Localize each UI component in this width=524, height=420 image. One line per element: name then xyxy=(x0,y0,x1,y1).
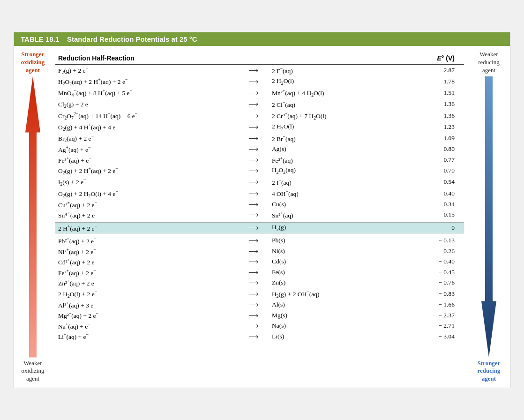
ev-value-cell: − 0.13 xyxy=(406,235,464,246)
ev-value-cell: 0.70 xyxy=(406,165,464,176)
reaction-right-cell: 2 Cl−(aq) xyxy=(269,98,406,110)
reaction-left-cell: F2(g) + 2 e− xyxy=(55,64,238,76)
table-row: Pb²+(aq) + 2 e−⟶Pb(s)− 0.13 xyxy=(55,235,464,246)
ev-value-cell: 0 xyxy=(406,222,464,233)
reaction-right-cell: 2 H2O(l) xyxy=(269,121,406,133)
arrow-cell: ⟶ xyxy=(238,235,269,246)
ev-value-cell: 0.40 xyxy=(406,188,464,199)
reaction-right-cell: Li(s) xyxy=(269,331,406,342)
reaction-right-cell: 2 Cr³+(aq) + 7 H2O(l) xyxy=(269,110,406,121)
oxidizing-arrow-container xyxy=(25,76,40,358)
ev-value-cell: − 0.83 xyxy=(406,288,464,300)
arrow-cell: ⟶ xyxy=(238,121,269,133)
table-row: Sn⁴+(aq) + 2 e−⟶Sn²+(aq)0.15 xyxy=(55,210,464,220)
col-header-ev: E° (V) xyxy=(406,52,464,64)
page-wrapper: TABLE 18.1 Standard Reduction Potentials… xyxy=(14,32,510,388)
ev-value-cell: 0.34 xyxy=(406,199,464,210)
table-row: 2 H2O(l) + 2 e−⟶H2(g) + 2 OH−(aq)− 0.83 xyxy=(55,288,464,300)
table-row: F2(g) + 2 e−⟶2 F−(aq)2.87 xyxy=(55,64,464,76)
table-row: 2 H+(aq) + 2 e−⟶H2(g)0 xyxy=(55,222,464,233)
reaction-right-cell: 2 I−(aq) xyxy=(269,176,406,188)
reaction-left-cell: I2(s) + 2 e− xyxy=(55,176,238,188)
arrow-cell: ⟶ xyxy=(238,110,269,121)
reaction-right-cell: Ag(s) xyxy=(269,144,406,155)
reaction-left-cell: Li+(aq) + e− xyxy=(55,331,238,342)
reducing-down-arrow xyxy=(481,76,496,358)
arrow-cell: ⟶ xyxy=(238,176,269,188)
ev-value-cell: 0.54 xyxy=(406,176,464,188)
table-row: H2O2(aq) + 2 H+(aq) + 2 e−⟶2 H2O(l)1.78 xyxy=(55,76,464,87)
oxidizing-up-arrow xyxy=(25,76,40,358)
table-row: Ag+(aq) + e−⟶Ag(s)0.80 xyxy=(55,144,464,155)
ev-value-cell: 1.23 xyxy=(406,121,464,133)
arrow-cell: ⟶ xyxy=(238,76,269,87)
ev-value-cell: 0.77 xyxy=(406,155,464,165)
arrow-cell: ⟶ xyxy=(238,321,269,331)
right-side: Weaker reducing agent Stronger reducing … xyxy=(468,51,510,383)
ev-value-cell: 1.09 xyxy=(406,133,464,144)
arrow-cell: ⟶ xyxy=(238,155,269,165)
ev-value-cell: − 1.66 xyxy=(406,300,464,310)
reaction-left-cell: Cu²+(aq) + 2 e− xyxy=(55,199,238,210)
ev-value-cell: − 3.04 xyxy=(406,331,464,342)
arrow-cell: ⟶ xyxy=(238,64,269,76)
table-row: Mg²+(aq) + 2 e−⟶Mg(s)− 2.37 xyxy=(55,310,464,321)
col-header-reaction: Reduction Half-Reaction xyxy=(55,52,406,64)
reaction-left-cell: Pb²+(aq) + 2 e− xyxy=(55,235,238,246)
reaction-left-cell: Al³+(aq) + 3 e− xyxy=(55,300,238,310)
reaction-left-cell: Fe²+(aq) + 2 e− xyxy=(55,267,238,278)
table-row: Na+(aq) + e−⟶Na(s)− 2.71 xyxy=(55,321,464,331)
table-title-bar: TABLE 18.1 Standard Reduction Potentials… xyxy=(14,32,510,46)
reaction-left-cell: Br2(aq) + 2 e− xyxy=(55,133,238,144)
table-row: Cu²+(aq) + 2 e−⟶Cu(s)0.34 xyxy=(55,199,464,210)
reaction-left-cell: Fe³+(aq) + e− xyxy=(55,155,238,165)
table-row: Fe²+(aq) + 2 e−⟶Fe(s)− 0.45 xyxy=(55,267,464,278)
reaction-right-cell: Fe²+(aq) xyxy=(269,155,406,165)
table-row: Cl2(g) + 2 e−⟶2 Cl−(aq)1.36 xyxy=(55,98,464,110)
arrow-cell: ⟶ xyxy=(238,267,269,278)
arrow-cell: ⟶ xyxy=(238,188,269,199)
arrow-cell: ⟶ xyxy=(238,331,269,342)
reaction-right-cell: Na(s) xyxy=(269,321,406,331)
ev-value-cell: 1.78 xyxy=(406,76,464,87)
arrow-cell: ⟶ xyxy=(238,256,269,267)
stronger-reducing-label: Stronger reducing agent xyxy=(478,360,501,383)
reaction-right-cell: Fe(s) xyxy=(269,267,406,278)
reaction-right-cell: Zn(s) xyxy=(269,278,406,288)
reaction-right-cell: 2 Br−(aq) xyxy=(269,133,406,144)
table-row: Ni²+(aq) + 2 e−⟶Ni(s)− 0.26 xyxy=(55,246,464,257)
reaction-left-cell: Cd²+(aq) + 2 e− xyxy=(55,256,238,267)
table-body: F2(g) + 2 e−⟶2 F−(aq)2.87H2O2(aq) + 2 H+… xyxy=(55,64,464,342)
reducing-arrow-container xyxy=(481,76,496,358)
outer-layout: Stronger oxidizing agent Weaker oxidizin… xyxy=(14,46,510,388)
reaction-right-cell: Mg(s) xyxy=(269,310,406,321)
arrow-cell: ⟶ xyxy=(238,133,269,144)
reaction-right-cell: Cu(s) xyxy=(269,199,406,210)
reaction-right-cell: Mn²+(aq) + 4 H2O(l) xyxy=(269,87,406,98)
table-row: MnO4−(aq) + 8 H+(aq) + 5 e−⟶Mn²+(aq) + 4… xyxy=(55,87,464,98)
reaction-left-cell: MnO4−(aq) + 8 H+(aq) + 5 e− xyxy=(55,87,238,98)
ev-value-cell: − 2.37 xyxy=(406,310,464,321)
ev-value-cell: 0.80 xyxy=(406,144,464,155)
ev-value-cell: − 0.76 xyxy=(406,278,464,288)
stronger-oxidizing-label: Stronger oxidizing agent xyxy=(21,51,45,75)
table-row: O2(g) + 2 H2O(l) + 4 e−⟶4 OH−(aq)0.40 xyxy=(55,188,464,199)
reaction-left-cell: O2(g) + 2 H+(aq) + 2 e− xyxy=(55,165,238,176)
arrow-cell: ⟶ xyxy=(238,288,269,300)
weaker-reducing-label: Weaker reducing agent xyxy=(478,51,499,75)
ev-value-cell: − 0.26 xyxy=(406,246,464,257)
reaction-right-cell: Ni(s) xyxy=(269,246,406,257)
table-row: Cr2O72−(aq) + 14 H+(aq) + 6 e−⟶2 Cr³+(aq… xyxy=(55,110,464,121)
table-row: Br2(aq) + 2 e−⟶2 Br−(aq)1.09 xyxy=(55,133,464,144)
reaction-left-cell: Na+(aq) + e− xyxy=(55,321,238,331)
reaction-right-cell: H2(g) xyxy=(269,222,406,233)
arrow-cell: ⟶ xyxy=(238,98,269,110)
table-area: Reduction Half-Reaction E° (V) F2(g) + 2… xyxy=(52,51,468,383)
reaction-right-cell: H2O2(aq) xyxy=(269,165,406,176)
arrow-cell: ⟶ xyxy=(238,310,269,321)
reaction-right-cell: Al(s) xyxy=(269,300,406,310)
reaction-right-cell: 2 H2O(l) xyxy=(269,76,406,87)
weaker-oxidizing-label: Weaker oxidizing agent xyxy=(21,360,44,383)
arrow-cell: ⟶ xyxy=(238,87,269,98)
reaction-left-cell: O2(g) + 4 H+(aq) + 4 e− xyxy=(55,121,238,133)
